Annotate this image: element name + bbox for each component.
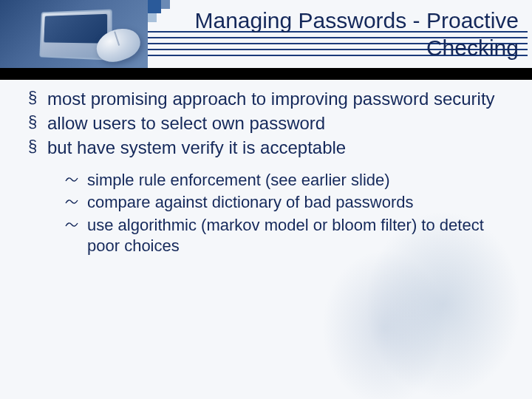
slide-header: Managing Passwords - Proactive Checking: [0, 0, 532, 71]
swoosh-icon: [65, 197, 78, 207]
sub-bullet-item: use algorithmic (markov model or bloom f…: [65, 215, 510, 257]
sub-bullet-item: simple rule enforcement (see earlier sli…: [65, 170, 510, 191]
sub-bullet-text: use algorithmic (markov model or bloom f…: [87, 216, 484, 256]
slide-content: most promising approach to improving pas…: [0, 71, 532, 257]
title-area: Managing Passwords - Proactive Checking: [148, 0, 532, 68]
sub-bullet-item: compare against dictionary of bad passwo…: [65, 192, 510, 214]
sub-bullet-text: compare against dictionary of bad passwo…: [87, 193, 413, 211]
swoosh-icon: [65, 219, 78, 230]
header-decorative-image: [0, 0, 148, 68]
bullet-text: but have system verify it is acceptable: [47, 137, 346, 157]
slide-title: Managing Passwords - Proactive Checking: [148, 7, 519, 62]
bullet-item: but have system verify it is acceptable …: [28, 136, 510, 257]
main-bullet-list: most promising approach to improving pas…: [28, 87, 510, 257]
swoosh-icon: [65, 174, 78, 185]
sub-bullet-text: simple rule enforcement (see earlier sli…: [87, 171, 390, 189]
bullet-item: most promising approach to improving pas…: [28, 87, 510, 110]
sub-bullet-list: simple rule enforcement (see earlier sli…: [65, 170, 510, 257]
bullet-text: most promising approach to improving pas…: [47, 89, 495, 109]
bullet-text: allow users to select own password: [47, 113, 325, 133]
header-divider-bar: [0, 68, 532, 80]
bullet-item: allow users to select own password: [28, 112, 510, 134]
